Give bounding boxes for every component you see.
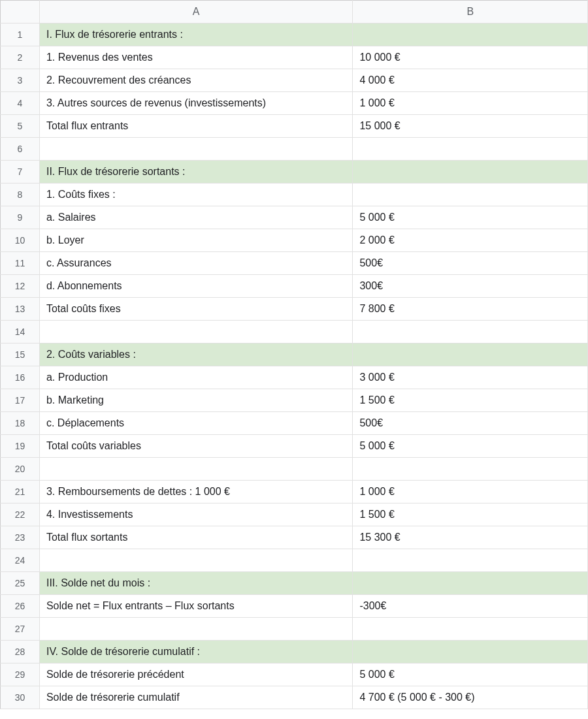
select-all-corner[interactable] [1, 1, 40, 24]
cell-B[interactable] [353, 138, 588, 161]
cell-A[interactable]: 2. Coûts variables : [39, 344, 353, 366]
cell-A[interactable]: 1. Coûts fixes : [39, 184, 353, 206]
row-number[interactable]: 26 [1, 595, 40, 618]
cell-B[interactable]: 5 000 € [353, 206, 588, 229]
row-number[interactable]: 28 [1, 641, 40, 663]
row-number[interactable]: 13 [1, 298, 40, 321]
cell-B[interactable] [353, 24, 588, 46]
cell-B[interactable] [353, 344, 588, 366]
cell-A[interactable]: 2. Recouvrement des créances [39, 69, 353, 92]
row-number[interactable]: 24 [1, 549, 40, 572]
cell-A[interactable]: I. Flux de trésorerie entrants : [39, 24, 353, 46]
row-number[interactable]: 7 [1, 161, 40, 184]
cell-A[interactable]: II. Flux de trésorerie sortants : [39, 161, 353, 184]
column-header-A[interactable]: A [39, 1, 353, 24]
row-number[interactable]: 20 [1, 458, 40, 481]
cell-A[interactable]: 3. Remboursements de dettes : 1 000 € [39, 481, 353, 503]
row-number[interactable]: 8 [1, 184, 40, 206]
row-number[interactable]: 6 [1, 138, 40, 161]
row-number[interactable]: 21 [1, 481, 40, 503]
cell-B[interactable]: 5 000 € [353, 435, 588, 458]
cell-A[interactable]: IV. Solde de trésorerie cumulatif : [39, 641, 353, 663]
cell-B[interactable] [353, 618, 588, 641]
table-row: 43. Autres sources de revenus (investiss… [1, 92, 588, 115]
cell-A[interactable]: c. Assurances [39, 252, 353, 275]
cell-A[interactable]: 4. Investissements [39, 503, 353, 526]
cell-B[interactable] [353, 641, 588, 663]
cell-B[interactable]: 4 000 € [353, 69, 588, 92]
cell-A[interactable]: 1. Revenus des ventes [39, 46, 353, 69]
row-number[interactable]: 1 [1, 24, 40, 46]
row-number[interactable]: 5 [1, 115, 40, 138]
cell-B[interactable] [353, 572, 588, 595]
cell-A[interactable]: Solde de trésorerie cumulatif [39, 686, 353, 709]
cell-B[interactable]: 500€ [353, 412, 588, 435]
row-number[interactable]: 23 [1, 526, 40, 549]
cell-A[interactable] [39, 549, 353, 572]
row-number[interactable]: 29 [1, 663, 40, 686]
cell-B[interactable]: 7 800 € [353, 298, 588, 321]
cell-A[interactable] [39, 321, 353, 344]
cell-B[interactable]: 2 000 € [353, 229, 588, 252]
cell-A[interactable]: d. Abonnements [39, 275, 353, 298]
cell-B[interactable]: 1 500 € [353, 389, 588, 412]
row-number[interactable]: 4 [1, 92, 40, 115]
table-row: 19Total coûts variables5 000 € [1, 435, 588, 458]
table-row: 81. Coûts fixes : [1, 184, 588, 206]
row-number[interactable]: 19 [1, 435, 40, 458]
spreadsheet-grid[interactable]: A B 1I. Flux de trésorerie entrants :21.… [0, 0, 588, 709]
cell-B[interactable]: 4 700 € (5 000 € - 300 €) [353, 686, 588, 709]
cell-A[interactable]: Total flux sortants [39, 526, 353, 549]
row-number[interactable]: 27 [1, 618, 40, 641]
column-header-B[interactable]: B [353, 1, 588, 24]
cell-A[interactable]: c. Déplacements [39, 412, 353, 435]
row-number[interactable]: 18 [1, 412, 40, 435]
row-number[interactable]: 22 [1, 503, 40, 526]
row-number[interactable]: 17 [1, 389, 40, 412]
cell-B[interactable]: 3 000 € [353, 366, 588, 389]
row-number[interactable]: 3 [1, 69, 40, 92]
cell-A[interactable]: Solde net = Flux entrants – Flux sortant… [39, 595, 353, 618]
table-row: 27 [1, 618, 588, 641]
cell-A[interactable]: 3. Autres sources de revenus (investisse… [39, 92, 353, 115]
cell-B[interactable]: 1 000 € [353, 92, 588, 115]
cell-A[interactable] [39, 458, 353, 481]
cell-B[interactable] [353, 549, 588, 572]
cell-A[interactable]: b. Loyer [39, 229, 353, 252]
cell-B[interactable]: 1 500 € [353, 503, 588, 526]
cell-B[interactable]: 15 300 € [353, 526, 588, 549]
cell-A[interactable]: Solde de trésorerie précédent [39, 663, 353, 686]
cell-A[interactable]: a. Production [39, 366, 353, 389]
table-row: 20 [1, 458, 588, 481]
row-number[interactable]: 12 [1, 275, 40, 298]
cell-B[interactable]: 5 000 € [353, 663, 588, 686]
cell-A[interactable]: III. Solde net du mois : [39, 572, 353, 595]
row-number[interactable]: 30 [1, 686, 40, 709]
table-row: 10b. Loyer2 000 € [1, 229, 588, 252]
cell-B[interactable] [353, 458, 588, 481]
row-number[interactable]: 9 [1, 206, 40, 229]
row-number[interactable]: 2 [1, 46, 40, 69]
row-number[interactable]: 25 [1, 572, 40, 595]
cell-B[interactable]: -300€ [353, 595, 588, 618]
cell-B[interactable] [353, 321, 588, 344]
row-number[interactable]: 11 [1, 252, 40, 275]
cell-A[interactable]: a. Salaires [39, 206, 353, 229]
row-number[interactable]: 14 [1, 321, 40, 344]
cell-B[interactable]: 10 000 € [353, 46, 588, 69]
cell-A[interactable]: Total flux entrants [39, 115, 353, 138]
cell-B[interactable]: 15 000 € [353, 115, 588, 138]
cell-B[interactable]: 500€ [353, 252, 588, 275]
row-number[interactable]: 10 [1, 229, 40, 252]
cell-B[interactable] [353, 184, 588, 206]
cell-B[interactable]: 1 000 € [353, 481, 588, 503]
cell-A[interactable]: Total coûts fixes [39, 298, 353, 321]
cell-A[interactable]: b. Marketing [39, 389, 353, 412]
cell-B[interactable] [353, 161, 588, 184]
cell-A[interactable] [39, 618, 353, 641]
cell-A[interactable]: Total coûts variables [39, 435, 353, 458]
row-number[interactable]: 15 [1, 344, 40, 366]
row-number[interactable]: 16 [1, 366, 40, 389]
cell-B[interactable]: 300€ [353, 275, 588, 298]
cell-A[interactable] [39, 138, 353, 161]
